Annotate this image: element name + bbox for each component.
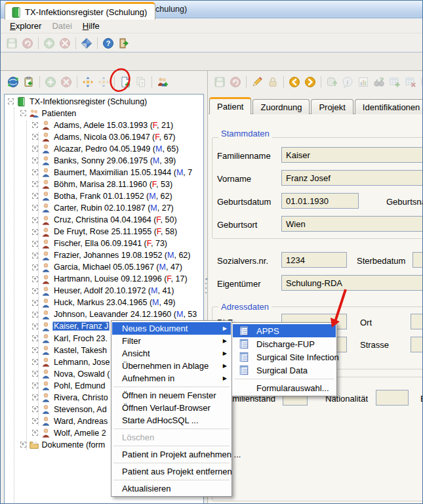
tree-expander-icon[interactable]: + bbox=[32, 217, 38, 223]
tree-expander-icon[interactable]: + bbox=[20, 442, 26, 448]
tree-item-label[interactable]: Böhm, Marisa 28.11.1960 (F, 53) bbox=[52, 180, 174, 189]
tree-expander-icon[interactable]: + bbox=[32, 264, 38, 270]
tree-item-label[interactable]: Wolf, Amelie 2 bbox=[52, 429, 108, 438]
tree-expander-icon[interactable]: + bbox=[32, 335, 38, 341]
ort-field[interactable] bbox=[411, 314, 423, 329]
tree-item-label[interactable]: Garcia, Michael 05.05.1967 (M, 47) bbox=[52, 262, 184, 272]
tree-expander-icon[interactable]: + bbox=[32, 418, 38, 424]
tree-item-label[interactable]: Johnson, Leavander 24.12.1960 (M, 53 bbox=[52, 310, 198, 319]
tree-row-b-hm[interactable]: +Böhm, Marisa 28.11.1960 (F, 53) bbox=[5, 178, 203, 190]
tree-item-label[interactable]: Fischer, Ella 06.09.1941 (F, 73) bbox=[52, 239, 169, 248]
vorname-field[interactable]: Franz Josef bbox=[281, 170, 423, 186]
tree-new-document-button[interactable] bbox=[117, 74, 133, 90]
sterbedatum-field[interactable] bbox=[413, 252, 423, 268]
tree-item-label[interactable]: Lehmann, Jose bbox=[52, 358, 111, 367]
tree-row-johnson[interactable]: +Johnson, Leavander 24.12.1960 (M, 53 bbox=[5, 309, 203, 321]
strasse-field[interactable] bbox=[411, 337, 423, 352]
tree-item-label[interactable]: Kaiser, Franz J bbox=[52, 322, 110, 331]
tree-item-label[interactable]: De Fruyt, Rose 25.11.1955 (F, 58) bbox=[52, 227, 178, 236]
tree-expander-icon[interactable]: + bbox=[32, 347, 38, 353]
submenu-item-formularauswahl[interactable]: Formularauswahl... bbox=[233, 381, 336, 394]
splitter-grabber[interactable]: ◂••• bbox=[204, 276, 208, 303]
main-navigate-diamond-button[interactable] bbox=[79, 35, 94, 51]
tree-item-label[interactable]: Adams, Nicola 03.06.1947 (F, 67) bbox=[52, 133, 177, 142]
tree-expander-icon[interactable]: + bbox=[32, 169, 38, 175]
tree-expander-icon[interactable]: + bbox=[32, 359, 38, 365]
tree-item-label[interactable]: Banks, Sonny 29.06.1975 (M, 39) bbox=[52, 156, 177, 165]
menu-explorer[interactable]: Explorer bbox=[5, 20, 47, 32]
submenu-item-discharge-fup[interactable]: Discharge-FUP bbox=[233, 337, 336, 350]
tab-projekt[interactable]: Projekt bbox=[311, 99, 353, 114]
tree-expander-icon[interactable]: + bbox=[32, 193, 38, 199]
tab-identifikationen[interactable]: Identifikationen bbox=[355, 99, 423, 114]
tree-item-label[interactable]: Frazier, Johannes 19.08.1952 (M, 62) bbox=[52, 251, 191, 260]
tree-expander-icon[interactable]: + bbox=[32, 406, 38, 412]
tree-row-tx-infektionsregister-schulung-[interactable]: −TX-Infektionsregister (Schulung) bbox=[5, 96, 203, 108]
nationalitaet-field[interactable] bbox=[376, 390, 409, 406]
tree-item-label[interactable]: Cruz, Christina 04.04.1964 (F, 50) bbox=[52, 215, 178, 224]
tree-row-adams[interactable]: +Adams, Adele 15.03.1993 (F, 21) bbox=[5, 119, 203, 131]
main-exit-button[interactable] bbox=[116, 35, 132, 51]
tree-expander-icon[interactable]: − bbox=[8, 98, 14, 104]
tree-item-label[interactable]: TX-Infektionsregister (Schulung) bbox=[28, 97, 148, 106]
eigentuemer-field[interactable]: Schulung-RDA bbox=[281, 275, 423, 291]
geburtsdatum-field[interactable]: 01.01.1930 bbox=[281, 193, 359, 209]
context-menu-item-ffnen-in-neuem-fenster[interactable]: Öffnen in neuem Fenster bbox=[112, 389, 231, 402]
menu-hilfe[interactable]: Hilfe bbox=[77, 20, 105, 32]
tree-row-frazier[interactable]: +Frazier, Johannes 19.08.1952 (M, 62) bbox=[5, 250, 203, 262]
tree-expander-icon[interactable]: + bbox=[32, 288, 38, 294]
form-nav-forward-button[interactable] bbox=[302, 74, 318, 90]
tree-item-label[interactable]: Nova, Oswald ( bbox=[52, 369, 111, 379]
tree-expander-icon[interactable]: + bbox=[32, 324, 38, 329]
tab-zuordnung[interactable]: Zuordnung bbox=[252, 99, 310, 114]
tree-expander-icon[interactable]: + bbox=[32, 430, 38, 436]
tree-sync-globe-button[interactable] bbox=[5, 74, 21, 90]
familienname-field[interactable]: Kaiser bbox=[281, 147, 423, 163]
tab-tx-infektionsregister[interactable]: TX-Infektionsregister (Schulung) bbox=[5, 2, 155, 20]
tree-expander-icon[interactable]: + bbox=[32, 229, 38, 235]
form-edit-pencil-button[interactable] bbox=[249, 74, 265, 90]
context-menu-item-filter[interactable]: Filter▶ bbox=[112, 335, 231, 347]
tree-paste-clipboard-button[interactable] bbox=[21, 74, 37, 90]
tree-row-huck[interactable]: +Huck, Markus 23.04.1965 (M, 49) bbox=[5, 297, 203, 309]
context-menu-item-patient-in-projekt-aufnehmen[interactable]: Patient in Projekt aufnehmen ... bbox=[112, 448, 231, 461]
tree-expander-icon[interactable]: + bbox=[32, 300, 38, 306]
tree-add-patient-group-button[interactable] bbox=[155, 74, 171, 90]
tree-item-label[interactable]: Kastel, Takesh bbox=[52, 346, 108, 355]
main-help-button[interactable]: ? bbox=[100, 35, 116, 51]
context-menu-item-starte-adhocsql[interactable]: Starte AdHocSQL ... bbox=[112, 414, 231, 427]
tree-expander-icon[interactable]: − bbox=[20, 110, 26, 116]
context-menu-item-patient-aus-projekt-entfernen[interactable]: Patient aus Projekt entfernen bbox=[112, 465, 231, 478]
tree-item-label[interactable]: Carter, Rubin 02.10.1987 (M, 27) bbox=[52, 203, 175, 213]
tree-item-label[interactable]: Huck, Markus 23.04.1965 (M, 49) bbox=[52, 298, 177, 307]
tree-row-adams[interactable]: +Adams, Nicola 03.06.1947 (F, 67) bbox=[5, 131, 203, 143]
tree-item-label[interactable]: Adams, Adele 15.03.1993 (F, 21) bbox=[52, 121, 174, 130]
tree-row-garcia[interactable]: +Garcia, Michael 05.05.1967 (M, 47) bbox=[5, 262, 203, 274]
tree-expander-icon[interactable]: + bbox=[32, 253, 38, 259]
submenu-item-surgical-site-infection[interactable]: Surgical Site Infection bbox=[233, 350, 336, 364]
tree-move-arrows-button[interactable] bbox=[80, 74, 96, 90]
tree-row-cruz[interactable]: +Cruz, Christina 04.04.1964 (F, 50) bbox=[5, 215, 203, 226]
tree-item-label[interactable]: Pohl, Edmund bbox=[52, 381, 107, 390]
tree-row-heuser[interactable]: +Heuser, Adolf 20.10.1972 (M, 41) bbox=[5, 285, 203, 297]
tree-row-de-fruyt[interactable]: +De Fruyt, Rose 25.11.1955 (F, 58) bbox=[5, 226, 203, 238]
tree-item-label[interactable]: Alcazar, Pedro 04.05.1949 (M, 65) bbox=[52, 144, 180, 154]
tree-item-label[interactable]: Stevenson, Ad bbox=[52, 405, 108, 414]
tree-expander-icon[interactable]: + bbox=[32, 205, 38, 211]
tree-expander-icon[interactable]: + bbox=[32, 158, 38, 163]
context-menu-item-aktualisieren[interactable]: Aktualisieren bbox=[112, 482, 231, 495]
context-menu-item-ansicht[interactable]: Ansicht▶ bbox=[112, 347, 231, 360]
submenu-item-surgical-data[interactable]: Surgical Data bbox=[233, 364, 336, 377]
tree-row-botha[interactable]: +Botha, Frank 01.01.1952 (M, 62) bbox=[5, 190, 203, 202]
tree-expander-icon[interactable]: + bbox=[32, 241, 38, 247]
sozialversnr-field[interactable]: 1234 bbox=[281, 252, 347, 268]
tree-item-label[interactable]: Hartmann, Louise 09.12.1996 (F, 17) bbox=[52, 274, 189, 284]
tree-expander-icon[interactable]: + bbox=[32, 122, 38, 128]
tree-item-label[interactable]: Dokumente (form bbox=[41, 440, 107, 450]
tree-row-banks[interactable]: +Banks, Sonny 29.06.1975 (M, 39) bbox=[5, 155, 203, 167]
form-nav-back-button[interactable] bbox=[287, 74, 302, 90]
tree-item-label[interactable]: Botha, Frank 01.01.1952 (M, 62) bbox=[52, 192, 174, 201]
tree-expander-icon[interactable]: + bbox=[32, 394, 38, 400]
tree-row-fischer[interactable]: +Fischer, Ella 06.09.1941 (F, 73) bbox=[5, 238, 203, 250]
tree-row-baumert[interactable]: +Baumert, Maximilian 15.05.1944 (M, 7 bbox=[5, 167, 203, 178]
